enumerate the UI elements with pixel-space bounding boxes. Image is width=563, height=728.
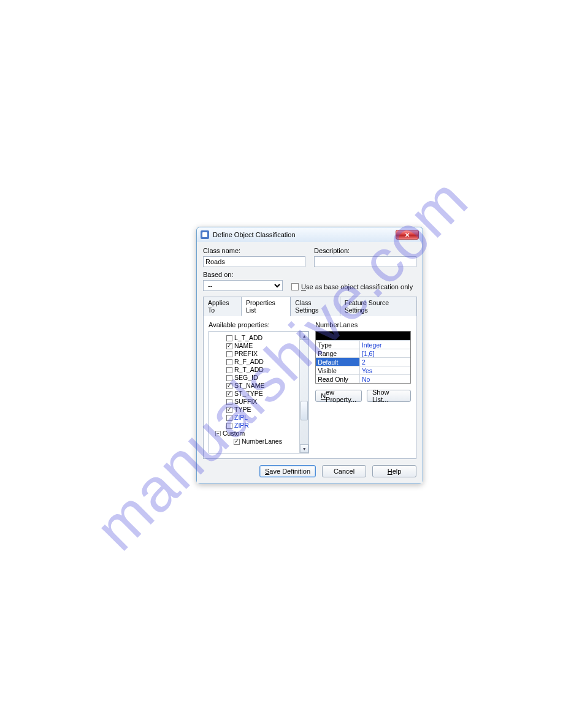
based-on-select[interactable]: --	[203, 280, 283, 291]
close-icon: ✕	[405, 232, 410, 238]
property-key: Read Only	[316, 375, 359, 383]
show-list-button[interactable]: Show List...	[367, 390, 411, 402]
checkbox-icon[interactable]	[226, 399, 232, 405]
checkbox-icon[interactable]	[226, 359, 232, 365]
checkbox-icon[interactable]	[226, 343, 232, 349]
tree-group-custom[interactable]: −Custom	[215, 430, 298, 438]
tab-properties-list[interactable]: Properties List	[241, 297, 291, 316]
property-key: Default	[316, 358, 359, 366]
tree-item[interactable]: SUFFIX	[215, 398, 298, 406]
checkbox-icon[interactable]	[226, 391, 232, 397]
app-icon	[201, 230, 209, 239]
tab-strip: Applies To Properties List Class Setting…	[203, 296, 416, 316]
use-as-base-label: Use as base object classification only	[301, 283, 413, 290]
property-key: Visible	[316, 366, 359, 374]
checkbox-icon[interactable]	[226, 383, 232, 389]
dialog-title: Define Object Classification	[213, 231, 392, 238]
property-key: Range	[316, 349, 359, 357]
checkbox-icon[interactable]	[226, 351, 232, 357]
description-label: Description:	[314, 247, 416, 254]
tree-item-label: ZIPR	[234, 422, 249, 430]
property-value[interactable]: Integer	[359, 341, 410, 349]
scroll-thumb[interactable]	[301, 401, 308, 420]
property-value[interactable]: [1,6]	[359, 349, 410, 357]
tree-item[interactable]: R_F_ADD	[215, 358, 298, 366]
checkbox-icon[interactable]	[226, 415, 232, 421]
properties-tree[interactable]: L_T_ADDNAMEPREFIXR_F_ADDR_T_ADDSEG_IDST_…	[209, 332, 299, 453]
tree-item[interactable]: NumberLanes	[215, 438, 298, 446]
use-as-base-checkbox[interactable]	[291, 283, 299, 290]
tree-item[interactable]: PREFIX	[215, 350, 298, 358]
based-on-label: Based on:	[203, 271, 283, 278]
property-row[interactable]: Default2	[316, 357, 410, 366]
checkbox-icon[interactable]	[226, 367, 232, 373]
selected-property-name: NumberLanes	[315, 321, 411, 328]
help-button[interactable]: Help	[372, 465, 416, 477]
tree-item[interactable]: ZIPR	[215, 422, 298, 430]
tree-group-label: Custom	[223, 430, 245, 438]
class-name-label: Class name:	[203, 247, 305, 254]
tree-item-label: SUFFIX	[234, 398, 257, 406]
available-properties-label: Available properties:	[209, 321, 309, 328]
tree-item[interactable]: ZIPL	[215, 414, 298, 422]
tree-item-label: ZIPL	[234, 414, 248, 422]
property-value[interactable]: 2	[359, 358, 410, 366]
checkbox-icon[interactable]	[226, 375, 232, 381]
tree-item-label: ST_NAME	[234, 382, 265, 390]
scroll-down-button[interactable]: ▼	[300, 444, 308, 453]
tree-item-label: ST_TYPE	[234, 390, 263, 398]
tree-item-label: NAME	[234, 342, 253, 350]
tree-item-label: TYPE	[234, 406, 251, 414]
tree-item-label: R_F_ADD	[234, 358, 264, 366]
tree-scrollbar[interactable]: ▲ ▼	[299, 332, 308, 453]
tab-applies-to[interactable]: Applies To	[203, 297, 242, 316]
tree-item-label: SEG_ID	[234, 374, 258, 382]
property-grid[interactable]: TypeIntegerRange[1,6]Default2VisibleYesR…	[315, 331, 411, 384]
property-row[interactable]: Range[1,6]	[316, 349, 410, 357]
tree-item[interactable]: ST_NAME	[215, 382, 298, 390]
background-table	[187, 98, 500, 162]
class-name-input[interactable]	[203, 256, 305, 267]
tab-feature-source-settings[interactable]: Feature Source Settings	[340, 297, 417, 316]
tree-item-label: PREFIX	[234, 350, 258, 358]
tree-item-label: R_T_ADD	[234, 366, 264, 374]
checkbox-icon[interactable]	[226, 407, 232, 413]
property-grid-header	[316, 332, 410, 340]
scroll-up-button[interactable]: ▲	[300, 332, 308, 340]
property-row[interactable]: VisibleYes	[316, 366, 410, 374]
new-property-button[interactable]: New Property...	[315, 390, 362, 402]
checkbox-icon[interactable]	[226, 423, 232, 429]
cancel-button[interactable]: Cancel	[322, 465, 366, 477]
collapse-icon[interactable]: −	[215, 431, 221, 436]
tree-item[interactable]: ST_TYPE	[215, 390, 298, 398]
property-value[interactable]: Yes	[359, 366, 410, 374]
tree-item-label: NumberLanes	[242, 438, 282, 446]
property-value[interactable]: No	[359, 375, 410, 383]
property-row[interactable]: Read OnlyNo	[316, 374, 410, 383]
tree-item-label: L_T_ADD	[234, 334, 262, 342]
tree-item[interactable]: L_T_ADD	[215, 334, 298, 342]
define-object-classification-dialog: Define Object Classification ✕ Class nam…	[196, 227, 423, 484]
description-input[interactable]	[314, 256, 416, 267]
close-button[interactable]: ✕	[396, 230, 419, 240]
tree-item[interactable]: TYPE	[215, 406, 298, 414]
checkbox-icon[interactable]	[226, 335, 232, 341]
tree-item[interactable]: NAME	[215, 342, 298, 350]
property-row[interactable]: TypeInteger	[316, 340, 410, 349]
checkbox-icon[interactable]	[234, 439, 240, 445]
tree-item[interactable]: SEG_ID	[215, 374, 298, 382]
titlebar[interactable]: Define Object Classification ✕	[197, 227, 423, 242]
tab-class-settings[interactable]: Class Settings	[290, 297, 340, 316]
save-definition-button[interactable]: Save Definition	[259, 465, 316, 477]
tree-item[interactable]: R_T_ADD	[215, 366, 298, 374]
property-key: Type	[316, 341, 359, 349]
